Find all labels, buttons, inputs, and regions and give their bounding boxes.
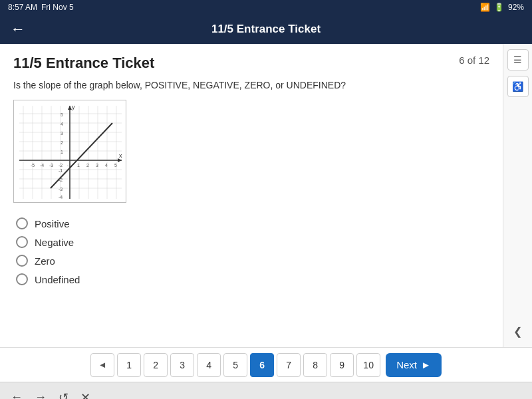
svg-text:-3: -3 bbox=[59, 187, 63, 192]
svg-line-45 bbox=[51, 123, 112, 188]
coordinate-graph: x y -5 -4 -3 -2 -1 1 2 3 4 5 5 4 3 2 1 -… bbox=[13, 100, 126, 203]
svg-text:5: 5 bbox=[114, 163, 117, 168]
accessibility-icon-button[interactable]: ♿ bbox=[507, 76, 529, 97]
svg-text:-2: -2 bbox=[59, 163, 63, 168]
svg-text:4: 4 bbox=[105, 163, 108, 168]
page-button-10[interactable]: 10 bbox=[356, 353, 380, 377]
svg-text:3: 3 bbox=[61, 131, 63, 136]
page-button-2[interactable]: 2 bbox=[144, 353, 168, 377]
page-button-1[interactable]: 1 bbox=[117, 353, 141, 377]
svg-text:x: x bbox=[119, 152, 122, 159]
option-negative[interactable]: Negative bbox=[16, 236, 489, 248]
status-left: 8:57 AM Fri Nov 5 bbox=[8, 3, 74, 12]
main-content: 11/5 Entrance Ticket 6 of 12 Is the slop… bbox=[0, 44, 532, 347]
time: 8:57 AM bbox=[8, 3, 37, 12]
option-undefined[interactable]: Undefined bbox=[16, 273, 489, 285]
list-icon: ☰ bbox=[513, 55, 522, 65]
pagination-bar: ◄ 1 2 3 4 5 6 7 8 9 10 Next ► bbox=[0, 347, 532, 382]
svg-text:2: 2 bbox=[86, 163, 89, 168]
wifi-icon: 📶 bbox=[480, 3, 490, 12]
list-icon-button[interactable]: ☰ bbox=[507, 49, 529, 70]
back-button[interactable]: ← bbox=[11, 22, 25, 37]
next-label: Next bbox=[396, 359, 417, 370]
radio-negative[interactable] bbox=[16, 236, 28, 248]
browser-close-button[interactable]: ✕ bbox=[80, 390, 90, 400]
prev-page-button[interactable]: ◄ bbox=[90, 353, 114, 377]
battery-icon: 🔋 bbox=[494, 3, 504, 12]
svg-text:1: 1 bbox=[61, 150, 63, 154]
svg-text:1: 1 bbox=[77, 163, 80, 168]
status-right: 📶 🔋 92% bbox=[480, 3, 524, 12]
page-button-4[interactable]: 4 bbox=[197, 353, 221, 377]
battery-level: 92% bbox=[508, 3, 524, 12]
radio-undefined[interactable] bbox=[16, 273, 28, 285]
collapse-button[interactable]: ❮ bbox=[507, 321, 529, 342]
label-negative: Negative bbox=[35, 237, 74, 248]
svg-text:-4: -4 bbox=[59, 195, 63, 200]
svg-text:4: 4 bbox=[61, 122, 63, 126]
option-positive[interactable]: Positive bbox=[16, 217, 489, 229]
page-button-8[interactable]: 8 bbox=[303, 353, 327, 377]
page-counter: 6 of 12 bbox=[459, 55, 489, 66]
browser-forward-button[interactable]: → bbox=[35, 390, 47, 399]
page-title: 11/5 Entrance Ticket bbox=[13, 55, 154, 72]
next-button[interactable]: Next ► bbox=[386, 353, 442, 377]
svg-text:5: 5 bbox=[61, 112, 63, 117]
label-undefined: Undefined bbox=[35, 274, 80, 285]
right-sidebar: ☰ ♿ ❮ bbox=[503, 44, 532, 347]
answer-options: Positive Negative Zero Undefined bbox=[16, 217, 489, 285]
page-button-7[interactable]: 7 bbox=[277, 353, 301, 377]
svg-text:2: 2 bbox=[61, 140, 63, 145]
page-button-3[interactable]: 3 bbox=[170, 353, 194, 377]
question-text: Is the slope of the graph below, POSITIV… bbox=[13, 80, 489, 90]
page-button-9[interactable]: 9 bbox=[330, 353, 354, 377]
radio-positive[interactable] bbox=[16, 217, 28, 229]
svg-text:-5: -5 bbox=[31, 163, 35, 168]
nav-title: 11/5 Entrance Ticket bbox=[211, 23, 321, 36]
collapse-icon: ❮ bbox=[513, 325, 522, 338]
browser-refresh-button[interactable]: ↺ bbox=[59, 390, 68, 400]
content-area: 11/5 Entrance Ticket 6 of 12 Is the slop… bbox=[0, 44, 503, 347]
next-arrow-icon: ► bbox=[421, 359, 431, 370]
date: Fri Nov 5 bbox=[41, 3, 74, 12]
svg-text:y: y bbox=[72, 104, 75, 110]
page-button-5[interactable]: 5 bbox=[223, 353, 247, 377]
svg-text:-4: -4 bbox=[40, 163, 44, 168]
nav-bar: ← 11/5 Entrance Ticket bbox=[0, 15, 532, 44]
status-bar: 8:57 AM Fri Nov 5 📶 🔋 92% bbox=[0, 0, 532, 15]
svg-text:-3: -3 bbox=[49, 163, 53, 168]
page-header: 11/5 Entrance Ticket 6 of 12 bbox=[13, 55, 489, 72]
page-button-6[interactable]: 6 bbox=[250, 353, 274, 377]
option-zero[interactable]: Zero bbox=[16, 255, 489, 267]
browser-back-button[interactable]: ← bbox=[11, 390, 23, 399]
label-zero: Zero bbox=[35, 255, 55, 267]
accessibility-icon: ♿ bbox=[512, 81, 523, 92]
graph-container: x y -5 -4 -3 -2 -1 1 2 3 4 5 5 4 3 2 1 -… bbox=[13, 100, 489, 205]
radio-zero[interactable] bbox=[16, 255, 28, 267]
svg-text:3: 3 bbox=[96, 163, 98, 168]
bottom-toolbar: ← → ↺ ✕ bbox=[0, 382, 532, 399]
label-positive: Positive bbox=[35, 218, 70, 229]
svg-text:-1: -1 bbox=[59, 168, 63, 173]
